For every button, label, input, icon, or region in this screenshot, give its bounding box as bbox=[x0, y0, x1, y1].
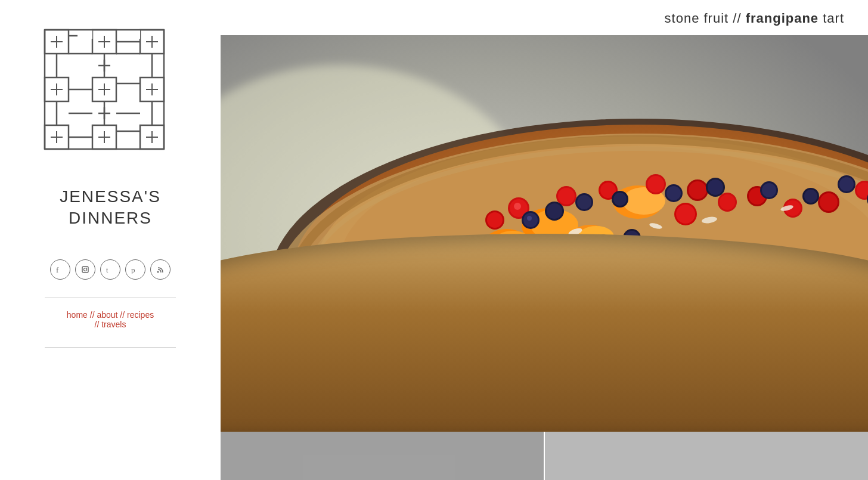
svg-point-73 bbox=[578, 226, 614, 247]
main-nav: home // about // recipes // travels bbox=[67, 310, 154, 329]
svg-point-90 bbox=[689, 181, 706, 199]
nav-sep1: // bbox=[90, 310, 97, 320]
thumbnails-row bbox=[221, 432, 868, 480]
svg-rect-142 bbox=[221, 432, 544, 480]
svg-text:p: p bbox=[131, 265, 135, 274]
svg-point-111 bbox=[613, 193, 627, 206]
svg-point-126 bbox=[598, 239, 604, 245]
nav-travels[interactable]: travels bbox=[101, 320, 126, 329]
svg-point-88 bbox=[647, 176, 664, 193]
svg-point-56 bbox=[86, 267, 88, 268]
svg-point-119 bbox=[804, 190, 817, 203]
svg-point-92 bbox=[720, 194, 735, 210]
svg-point-82 bbox=[487, 212, 503, 228]
main-content: stone fruit // frangipane tart bbox=[221, 0, 868, 480]
site-logo bbox=[33, 18, 176, 179]
svg-point-113 bbox=[666, 186, 681, 200]
site-title: JENESSA'S DINNERS bbox=[33, 186, 188, 230]
svg-point-128 bbox=[625, 231, 639, 245]
svg-point-94 bbox=[676, 205, 695, 224]
thumbnail-left bbox=[221, 432, 544, 480]
divider-top bbox=[45, 298, 176, 298]
svg-point-69 bbox=[340, 333, 868, 405]
svg-point-125 bbox=[594, 236, 610, 252]
svg-point-59 bbox=[157, 271, 159, 272]
nav-home[interactable]: home bbox=[67, 310, 88, 320]
svg-point-124 bbox=[593, 234, 612, 253]
nav-sep2: // bbox=[120, 310, 127, 320]
pinterest-icon[interactable]: p bbox=[125, 259, 145, 280]
thumbnail-right bbox=[545, 432, 868, 480]
title-suffix: tart bbox=[819, 11, 844, 26]
svg-point-132 bbox=[619, 245, 633, 255]
rss-icon[interactable] bbox=[150, 259, 170, 280]
hero-image bbox=[221, 35, 868, 432]
svg-text:t: t bbox=[106, 266, 108, 274]
page-title: stone fruit // frangipane tart bbox=[221, 0, 868, 35]
nav-about[interactable]: about bbox=[97, 310, 117, 320]
svg-text:f: f bbox=[56, 265, 59, 274]
svg-point-117 bbox=[762, 183, 776, 197]
title-bold: frangipane bbox=[746, 11, 819, 26]
nav-recipes[interactable]: recipes bbox=[127, 310, 154, 320]
svg-point-139 bbox=[280, 369, 868, 417]
divider-bottom bbox=[45, 347, 176, 348]
svg-point-75 bbox=[494, 231, 532, 255]
svg-point-121 bbox=[839, 177, 854, 191]
social-icons-row: f t p bbox=[50, 259, 170, 280]
svg-point-107 bbox=[547, 203, 562, 219]
sidebar: JENESSA'S DINNERS f t p bbox=[0, 0, 221, 480]
logo-container: JENESSA'S DINNERS bbox=[33, 18, 188, 247]
svg-point-115 bbox=[708, 179, 723, 195]
twitter-icon[interactable]: t bbox=[100, 259, 120, 280]
nav-sep3: // bbox=[95, 320, 102, 329]
instagram-icon[interactable] bbox=[75, 259, 95, 280]
svg-point-105 bbox=[527, 216, 532, 221]
title-prefix: stone fruit // bbox=[665, 11, 746, 26]
svg-point-84 bbox=[558, 188, 575, 205]
svg-point-55 bbox=[84, 268, 87, 271]
svg-point-74 bbox=[484, 229, 529, 259]
svg-rect-54 bbox=[82, 267, 88, 272]
svg-rect-144 bbox=[545, 432, 868, 480]
svg-point-140 bbox=[292, 375, 864, 411]
svg-rect-5 bbox=[78, 30, 92, 39]
facebook-icon[interactable]: f bbox=[50, 259, 70, 280]
svg-point-109 bbox=[577, 195, 591, 209]
svg-rect-6 bbox=[125, 30, 140, 39]
svg-point-80 bbox=[514, 203, 521, 210]
svg-point-100 bbox=[820, 193, 838, 211]
hero-background bbox=[221, 35, 868, 432]
